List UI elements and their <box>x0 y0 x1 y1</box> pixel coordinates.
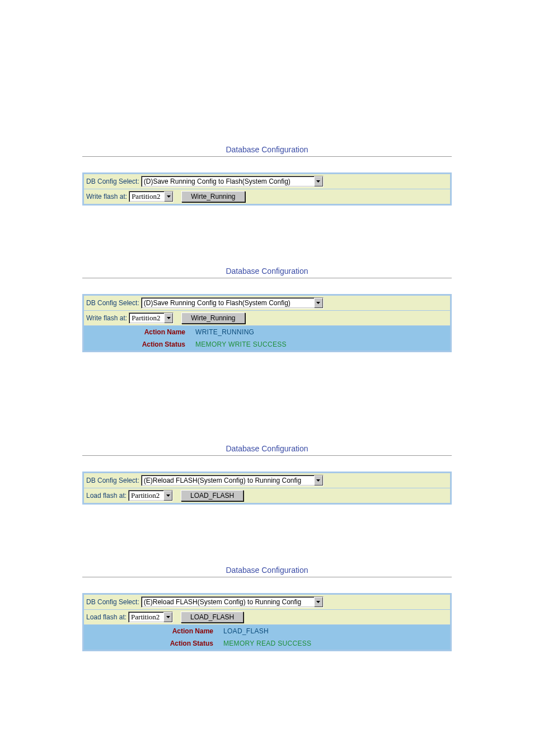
partition-select[interactable]: Partition2 <box>129 191 174 202</box>
svg-marker-3 <box>167 317 171 319</box>
db-config-select-label: DB Config Select: <box>86 477 139 484</box>
action-status-row: Action Status MEMORY READ SUCCESS <box>84 637 450 650</box>
partition-select[interactable]: Partition2 <box>128 490 173 501</box>
db-config-section-1: Database Configuration DB Config Select:… <box>0 137 534 206</box>
load-flash-label: Load flash at: <box>86 613 127 621</box>
db-config-select-value: (D)Save Running Config to Flash(System C… <box>142 298 314 308</box>
action-name-row: Action Name WRITE_RUNNING <box>84 326 450 338</box>
page-title: Database Configuration <box>82 563 452 576</box>
db-config-select-label: DB Config Select: <box>86 299 139 307</box>
load-flash-button[interactable]: LOAD_FLASH <box>181 490 243 501</box>
db-config-select-label: DB Config Select: <box>86 178 139 185</box>
svg-marker-6 <box>316 601 320 603</box>
dropdown-arrow-icon <box>314 176 323 186</box>
write-running-button[interactable]: Wirte_Running <box>181 191 245 202</box>
load-flash-row: Load flash at: Partition2 LOAD_FLASH <box>84 610 450 625</box>
dropdown-arrow-icon <box>164 192 173 202</box>
db-config-select-dropdown[interactable]: (D)Save Running Config to Flash(System C… <box>141 297 324 309</box>
db-config-select-row: DB Config Select: (E)Reload FLASH(System… <box>84 473 450 488</box>
write-running-button[interactable]: Wirte_Running <box>181 312 245 324</box>
action-status-row: Action Status MEMORY WRITE SUCCESS <box>84 338 450 351</box>
action-status-label: Action Status <box>86 340 195 348</box>
db-config-select-dropdown[interactable]: (E)Reload FLASH(System Config) to Runnin… <box>141 475 324 486</box>
title-block: Database Configuration <box>82 259 452 278</box>
svg-marker-1 <box>167 195 171 198</box>
dropdown-arrow-icon <box>314 597 323 607</box>
db-config-section-2: Database Configuration DB Config Select:… <box>0 259 534 352</box>
svg-marker-4 <box>316 479 320 482</box>
action-name-label: Action Name <box>86 627 223 635</box>
db-config-select-dropdown[interactable]: (D)Save Running Config to Flash(System C… <box>141 176 324 187</box>
write-flash-row: Write flash at: Partition2 Wirte_Running <box>84 189 450 204</box>
dropdown-arrow-icon <box>163 491 172 501</box>
config-panel: DB Config Select: (D)Save Running Config… <box>82 172 452 206</box>
db-config-select-row: DB Config Select: (D)Save Running Config… <box>84 296 450 311</box>
load-flash-row: Load flash at: Partition2 LOAD_FLASH <box>84 488 450 503</box>
db-config-select-row: DB Config Select: (E)Reload FLASH(System… <box>84 595 450 610</box>
action-status-value: MEMORY WRITE SUCCESS <box>195 340 287 348</box>
action-name-row: Action Name LOAD_FLASH <box>84 625 450 637</box>
partition-select[interactable]: Partition2 <box>129 312 174 324</box>
title-underline <box>82 156 452 157</box>
title-underline <box>82 577 452 577</box>
partition-select-value: Partition2 <box>129 491 163 501</box>
svg-marker-5 <box>166 494 170 497</box>
write-flash-row: Write flash at: Partition2 Wirte_Running <box>84 311 450 326</box>
title-block: Database Configuration <box>82 558 452 577</box>
db-config-select-value: (E)Reload FLASH(System Config) to Runnin… <box>142 475 314 486</box>
dropdown-arrow-icon <box>163 612 172 622</box>
dropdown-arrow-icon <box>314 298 323 308</box>
action-name-value: WRITE_RUNNING <box>195 328 254 336</box>
db-config-section-3: Database Configuration DB Config Select:… <box>0 436 534 505</box>
page-title: Database Configuration <box>82 143 452 155</box>
db-config-select-value: (D)Save Running Config to Flash(System C… <box>142 176 314 186</box>
db-config-select-label: DB Config Select: <box>86 598 139 606</box>
title-underline <box>82 278 452 278</box>
config-panel: DB Config Select: (E)Reload FLASH(System… <box>82 472 452 505</box>
dropdown-arrow-icon <box>164 313 173 323</box>
title-block: Database Configuration <box>82 137 452 157</box>
load-flash-button[interactable]: LOAD_FLASH <box>181 612 243 623</box>
svg-marker-0 <box>316 180 320 183</box>
page-title: Database Configuration <box>82 264 452 277</box>
title-block: Database Configuration <box>82 436 452 456</box>
load-flash-label: Load flash at: <box>86 492 127 500</box>
svg-marker-7 <box>166 616 170 618</box>
svg-marker-2 <box>316 302 320 304</box>
db-config-section-4: Database Configuration DB Config Select:… <box>0 558 534 651</box>
partition-select[interactable]: Partition2 <box>128 612 173 623</box>
action-status-value: MEMORY READ SUCCESS <box>223 640 311 647</box>
action-status-label: Action Status <box>86 640 223 647</box>
page-title: Database Configuration <box>82 442 452 454</box>
db-config-select-value: (E)Reload FLASH(System Config) to Runnin… <box>142 597 314 607</box>
config-panel: DB Config Select: (D)Save Running Config… <box>82 294 452 352</box>
title-underline <box>82 455 452 456</box>
db-config-select-row: DB Config Select: (D)Save Running Config… <box>84 174 450 189</box>
write-flash-label: Write flash at: <box>86 314 127 322</box>
db-config-select-dropdown[interactable]: (E)Reload FLASH(System Config) to Runnin… <box>141 596 324 608</box>
partition-select-value: Partition2 <box>129 612 163 622</box>
partition-select-value: Partition2 <box>129 313 164 323</box>
action-name-value: LOAD_FLASH <box>223 627 269 635</box>
config-panel: DB Config Select: (E)Reload FLASH(System… <box>82 593 452 651</box>
action-name-label: Action Name <box>86 328 195 336</box>
partition-select-value: Partition2 <box>129 192 164 202</box>
write-flash-label: Write flash at: <box>86 193 127 200</box>
dropdown-arrow-icon <box>314 475 323 486</box>
